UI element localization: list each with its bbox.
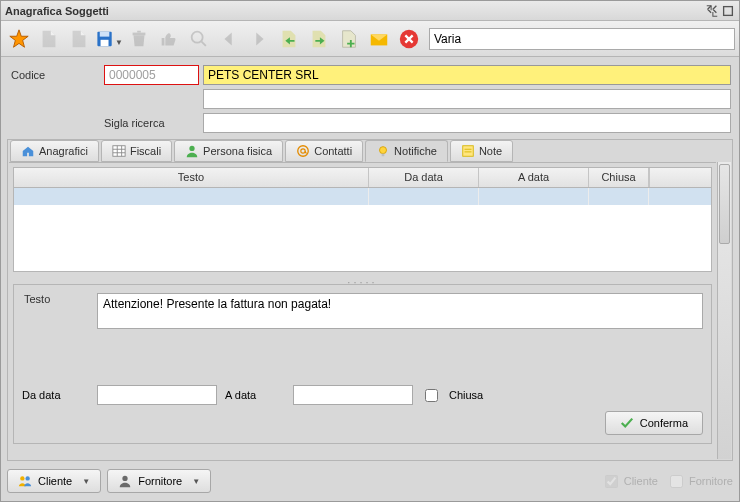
- svg-rect-14: [382, 154, 385, 157]
- tab-notifiche[interactable]: Notifiche: [365, 140, 448, 162]
- svg-rect-9: [113, 146, 125, 157]
- tab-fiscali[interactable]: Fiscali: [101, 140, 172, 162]
- footer: Cliente ▼ Fornitore ▼ Cliente Fornitore: [7, 467, 733, 495]
- da-data-input[interactable]: [97, 385, 217, 405]
- cancel-button[interactable]: [395, 25, 423, 53]
- svg-point-16: [20, 476, 24, 480]
- confirm-button[interactable]: Conferma: [605, 411, 703, 435]
- scrollbar-thumb[interactable]: [719, 164, 730, 244]
- tab-persona-fisica[interactable]: Persona fisica: [174, 140, 283, 162]
- window-restore-icon[interactable]: [705, 4, 719, 18]
- person-icon: [185, 144, 199, 158]
- trash-button[interactable]: [125, 25, 153, 53]
- code-input[interactable]: [104, 65, 199, 85]
- notify-table: Testo Da data A data Chiusa: [13, 167, 712, 272]
- doc-plus-button[interactable]: [335, 25, 363, 53]
- titlebar: Anagrafica Soggetti: [1, 1, 739, 21]
- bulb-icon: [376, 144, 390, 158]
- mode-field[interactable]: [429, 28, 735, 50]
- save-button[interactable]: ▼: [95, 25, 123, 53]
- split-handle[interactable]: ·····: [9, 276, 716, 284]
- code-label: Codice: [9, 69, 104, 81]
- da-data-label: Da data: [22, 389, 89, 401]
- next-button[interactable]: [245, 25, 273, 53]
- at-icon: [296, 144, 310, 158]
- svg-rect-4: [101, 39, 109, 45]
- svg-rect-5: [133, 32, 146, 35]
- tabs-region: Anagrafici Fiscali Persona fisica Contat…: [7, 139, 733, 461]
- table-row[interactable]: [14, 188, 711, 205]
- svg-point-18: [123, 476, 128, 481]
- fornitore-button[interactable]: Fornitore ▼: [107, 469, 211, 493]
- top-fields: Codice Sigla ricerca: [1, 57, 739, 137]
- cliente-checkbox: [605, 475, 618, 488]
- extra-input[interactable]: [203, 89, 731, 109]
- svg-rect-15: [463, 146, 474, 157]
- svg-point-10: [189, 146, 194, 151]
- save-dropdown-icon[interactable]: ▼: [115, 38, 123, 47]
- window-title: Anagrafica Soggetti: [5, 5, 109, 17]
- home-icon: [21, 144, 35, 158]
- app-window: Anagrafica Soggetti ▼: [0, 0, 740, 502]
- mail-button[interactable]: [365, 25, 393, 53]
- window-maximize-icon[interactable]: [721, 4, 735, 18]
- search-button[interactable]: [185, 25, 213, 53]
- svg-point-7: [192, 31, 203, 42]
- cliente-button[interactable]: Cliente ▼: [7, 469, 101, 493]
- svg-marker-1: [10, 29, 28, 46]
- chevron-down-icon: ▼: [82, 477, 90, 486]
- testo-textarea[interactable]: [97, 293, 703, 329]
- prev-button[interactable]: [215, 25, 243, 53]
- a-data-label: A data: [225, 389, 285, 401]
- cliente-check: Cliente: [601, 472, 658, 491]
- fornitore-checkbox: [670, 475, 683, 488]
- tab-note[interactable]: Note: [450, 140, 513, 162]
- table-icon: [112, 144, 126, 158]
- doc-new-button[interactable]: [35, 25, 63, 53]
- svg-rect-0: [724, 6, 733, 15]
- doc-open-button[interactable]: [65, 25, 93, 53]
- col-da-data[interactable]: Da data: [369, 168, 479, 187]
- a-data-input[interactable]: [293, 385, 413, 405]
- toolbar: ▼: [1, 21, 739, 57]
- import-button[interactable]: [275, 25, 303, 53]
- chiusa-label: Chiusa: [449, 389, 483, 401]
- thumbs-button[interactable]: [155, 25, 183, 53]
- col-chiusa[interactable]: Chiusa: [589, 168, 649, 187]
- svg-point-12: [301, 149, 305, 153]
- people-icon: [18, 474, 32, 488]
- name-input[interactable]: [203, 65, 731, 85]
- svg-point-11: [298, 146, 309, 157]
- tabbar: Anagrafici Fiscali Persona fisica Contat…: [8, 139, 732, 162]
- new-star-button[interactable]: [5, 25, 33, 53]
- testo-label: Testo: [22, 293, 97, 305]
- edit-panel: Testo Da data A data Chiusa: [13, 284, 712, 444]
- tab-content-notifiche: Testo Da data A data Chiusa ·····: [9, 162, 716, 459]
- export-button[interactable]: [305, 25, 333, 53]
- chiusa-checkbox[interactable]: [425, 389, 438, 402]
- tab-anagrafici[interactable]: Anagrafici: [10, 140, 99, 162]
- tab-contatti[interactable]: Contatti: [285, 140, 363, 162]
- col-testo[interactable]: Testo: [14, 168, 369, 187]
- table-header: Testo Da data A data Chiusa: [14, 168, 711, 188]
- note-icon: [461, 144, 475, 158]
- fornitore-check: Fornitore: [666, 472, 733, 491]
- scrollbar[interactable]: [717, 162, 731, 459]
- svg-point-17: [25, 476, 29, 480]
- person-icon: [118, 474, 132, 488]
- chevron-down-icon: ▼: [192, 477, 200, 486]
- svg-point-13: [380, 147, 387, 154]
- check-icon: [620, 416, 634, 430]
- svg-rect-3: [100, 31, 110, 36]
- panel-body: Codice Sigla ricerca Anagrafici: [1, 57, 739, 501]
- search-input[interactable]: [203, 113, 731, 133]
- col-a-data[interactable]: A data: [479, 168, 589, 187]
- search-label: Sigla ricerca: [9, 117, 199, 129]
- svg-rect-6: [137, 30, 141, 32]
